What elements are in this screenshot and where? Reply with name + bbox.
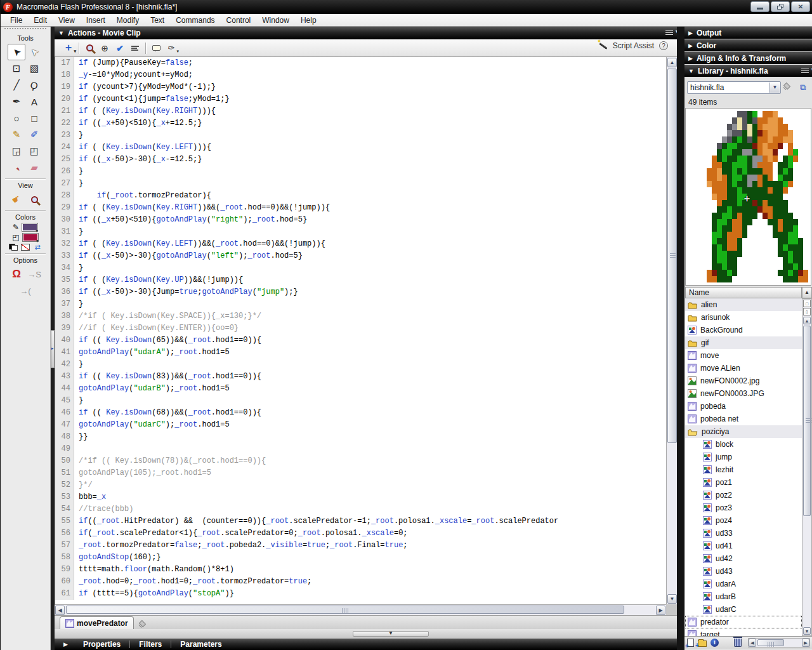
auto-format-button[interactable] — [128, 41, 143, 55]
code-line[interactable]: 28 if(_root.tormozPredator){ — [55, 190, 666, 202]
code-line[interactable]: 47gotoAndPlay("udarC");_root.hod1=5 — [55, 419, 666, 431]
code-line[interactable]: 61if (tttt==5){gotoAndPlay("stopA")} — [55, 588, 666, 600]
menu-help[interactable]: Help — [295, 15, 322, 26]
library-item-target[interactable]: target — [685, 628, 802, 636]
library-column-header[interactable]: Name — [685, 287, 802, 298]
tab-filters[interactable]: Filters — [130, 640, 171, 648]
script-editor[interactable]: 17if (Jump){PauseKey=false;18_y-=10*yMod… — [55, 57, 666, 604]
scroll-left-button[interactable]: ◀ — [55, 606, 65, 615]
scroll-left-button[interactable]: ◀ — [749, 639, 756, 647]
code-line[interactable]: 59tttt=math.floor(math.Random()*8+1) — [55, 564, 666, 576]
code-line[interactable]: 41gotoAndPlay("udarA");_root.hod1=5 — [55, 347, 666, 359]
code-line[interactable]: 60_root.hod=0;_root.hod1=0;_root.tormozP… — [55, 576, 666, 588]
code-line[interactable]: 33if ((_x-50)>-30){gotoAndPlay("left");_… — [55, 250, 666, 262]
actions-panel-header[interactable]: ▼ Actions - Movie Clip — [55, 27, 677, 39]
library-item-poz4[interactable]: poz4 — [685, 514, 802, 527]
code-line[interactable]: 45} — [55, 395, 666, 407]
code-line[interactable]: 32if ( (Key.isDown(Key.LEFT))&&(_root.ho… — [55, 238, 666, 250]
pen-tool-button[interactable]: ✒ — [8, 93, 25, 110]
gradient-transform-tool-button[interactable]: ▧ — [25, 60, 43, 77]
code-line[interactable]: 20if (ycount<1){jump=false;yMod=1;} — [55, 93, 666, 105]
code-line[interactable]: 36if ((_x-50)>-30){Jump=true;gotoAndPlay… — [55, 286, 666, 298]
fill-color-swatch[interactable] — [22, 233, 39, 242]
code-line[interactable]: 43if (( Key.isDown(83))&&(_root.hod1==0)… — [55, 371, 666, 383]
selection-tool-button[interactable]: ➤ — [8, 44, 25, 60]
library-item-newfon0003-jpg[interactable]: newFON0003.JPG — [685, 387, 802, 400]
library-item-arisunok[interactable]: arisunok — [685, 311, 802, 324]
library-horizontal-scrollbar[interactable]: ◀ ▶ — [748, 638, 810, 647]
library-item-ud41[interactable]: ud41 — [685, 540, 802, 552]
library-item-newfon0002-jpg[interactable]: newFON0002.jpg — [685, 375, 802, 387]
free-transform-tool-button[interactable]: ⊡ — [8, 60, 25, 77]
code-line[interactable]: 29if ( (Key.isDown(Key.RIGHT))&&(_root.h… — [55, 202, 666, 214]
panel-bar-align-info-transform[interactable]: ▶Align & Info & Transform — [684, 52, 812, 64]
code-line[interactable]: 39//if ( Key.isDown(Key.ENTER)){oo=0} — [55, 322, 666, 335]
library-item-lezhit[interactable]: lezhit — [685, 463, 802, 476]
straighten-tool-button[interactable]: →( — [16, 282, 34, 299]
menu-modify[interactable]: Modify — [111, 15, 145, 26]
library-item-jump[interactable]: jump — [685, 451, 802, 463]
menu-text[interactable]: Text — [145, 15, 170, 26]
pencil-tool-button[interactable]: ✎ — [8, 126, 25, 143]
splitter-collapse-arrow[interactable]: ▼ — [353, 631, 429, 637]
code-line[interactable]: 54//trace(bbb) — [55, 503, 666, 515]
find-button[interactable] — [82, 41, 97, 55]
new-symbol-button[interactable] — [687, 639, 694, 647]
scrollbar-thumb[interactable] — [66, 606, 624, 614]
scroll-up-button[interactable]: ▲ — [803, 317, 811, 324]
menu-file[interactable]: File — [4, 15, 28, 26]
code-line[interactable]: 18_y-=10*yMod;ycount+=yMod; — [55, 69, 666, 81]
debug-options-button[interactable]: ✑ — [164, 41, 179, 55]
panel-bar-output[interactable]: ▶Output — [684, 27, 812, 39]
panel-bar-color[interactable]: ▶Color — [684, 39, 812, 51]
vertical-scrollbar[interactable]: ▲ ▼ — [666, 57, 677, 604]
code-line[interactable]: 25if ((_x-50)>-30){_x-=12.5;} — [55, 154, 666, 166]
code-line[interactable]: 23} — [55, 129, 666, 142]
rectangle-tool-button[interactable]: □ — [25, 110, 43, 126]
library-vertical-scrollbar[interactable]: □ ▯ ▲ ▼ — [802, 298, 812, 636]
paint-bucket-tool-button[interactable]: ◰ — [25, 143, 43, 159]
menu-window[interactable]: Window — [256, 15, 295, 26]
menu-insert[interactable]: Insert — [81, 15, 111, 26]
library-item-ud33[interactable]: ud33 — [685, 527, 802, 540]
library-document-select[interactable]: hishnik.fla ▼ — [687, 81, 781, 94]
scrollbar-thumb[interactable] — [667, 69, 677, 443]
library-item-move[interactable]: move — [685, 349, 802, 362]
properties-panel-bar[interactable]: ▶ PropertiesFiltersParameters — [55, 639, 677, 650]
code-line[interactable]: 34} — [55, 262, 666, 274]
pin-script-icon[interactable] — [138, 620, 147, 629]
wide-view-button[interactable]: □ — [803, 300, 811, 307]
ink-bottle-tool-button[interactable]: ◲ — [8, 143, 25, 159]
code-line[interactable]: 50/*if (( Key.isDown(78))&(_root.hod1==0… — [55, 455, 666, 467]
sort-order-button[interactable]: ▲ — [802, 287, 812, 298]
library-item-gif[interactable]: gif — [685, 336, 802, 349]
swap-colors-button[interactable]: ⇄ — [33, 244, 42, 251]
code-line[interactable]: 35if ( (Key.isDown(Key.UP))&&(!jump)){ — [55, 274, 666, 286]
scroll-right-button[interactable]: ▶ — [656, 606, 665, 615]
add-script-button[interactable]: ＋ — [61, 41, 76, 55]
eyedropper-tool-button[interactable]: ❛ — [8, 159, 25, 176]
new-library-panel-icon[interactable]: ⧉ — [797, 83, 809, 93]
hand-tool-button[interactable]: ☛ — [8, 191, 25, 208]
brush-tool-button[interactable]: ✐ — [25, 126, 43, 143]
panel-grip[interactable] — [4, 28, 46, 33]
code-line[interactable]: 48}} — [55, 431, 666, 443]
library-panel-header[interactable]: ▼ Library - hishnik.fla — [684, 65, 812, 77]
restore-button[interactable] — [771, 1, 790, 12]
show-code-hint-button[interactable] — [148, 41, 164, 55]
code-line[interactable]: 53bbb=_x — [55, 491, 666, 503]
code-line[interactable]: 21if ( (Key.isDown(Key.RIGHT))){ — [55, 105, 666, 117]
library-item-ud42[interactable]: ud42 — [685, 552, 802, 565]
library-item-udara[interactable]: udarA — [685, 578, 802, 590]
code-line[interactable]: 42} — [55, 359, 666, 371]
menu-control[interactable]: Control — [221, 15, 257, 26]
library-item-pobeda-net[interactable]: pobeda net — [685, 413, 802, 425]
library-item-poz1[interactable]: poz1 — [685, 476, 802, 489]
library-item-block[interactable]: block — [685, 438, 802, 451]
code-line[interactable]: 19if (ycount>7){yMod=yMod*(-1);} — [55, 81, 666, 93]
no-color-button[interactable] — [21, 244, 30, 251]
library-item-predator[interactable]: predator — [685, 616, 802, 628]
code-line[interactable]: 17if (Jump){PauseKey=false; — [55, 57, 666, 69]
code-line[interactable]: 49 — [55, 443, 666, 455]
code-line[interactable]: 22if ((_x+50)<510){_x+=12.5;} — [55, 117, 666, 129]
